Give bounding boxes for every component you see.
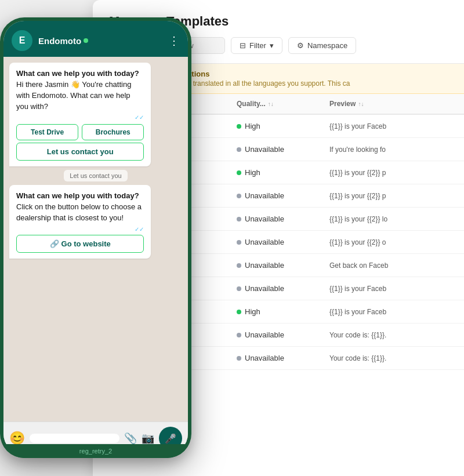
chat-text-1: What can we help you with today? Hi ther…: [16, 68, 144, 112]
filter-button[interactable]: ⊟ Filter ▾: [231, 37, 282, 54]
contact-info: Endomoto: [38, 36, 162, 46]
phone-mockup: E Endomoto ⋮ What can we help you with t…: [0, 17, 191, 458]
chevron-down-icon: ▾: [270, 41, 274, 50]
cell-preview: {{1}} is your {{2}} p: [329, 169, 448, 177]
cell-quality: Unavailable: [237, 145, 329, 154]
cell-quality: Unavailable: [237, 191, 329, 200]
chat-area: What can we help you with today? Hi ther…: [3, 57, 188, 422]
chat-bubble-1: What can we help you with today? Hi ther…: [9, 63, 151, 166]
cell-quality: Unavailable: [237, 284, 329, 293]
quality-dot: [237, 263, 241, 268]
go-to-website-button[interactable]: 🔗 Go to website: [16, 235, 144, 253]
quality-dot: [237, 333, 241, 337]
cell-quality: Unavailable: [237, 215, 329, 223]
quality-dot: [237, 170, 241, 175]
system-message: Let us contact you: [64, 170, 127, 181]
cell-quality: High: [237, 307, 329, 316]
quality-dot: [237, 217, 241, 221]
cell-preview: If you're looking fo: [329, 146, 448, 154]
camera-icon[interactable]: 📷: [142, 432, 154, 445]
quality-dot: [237, 240, 241, 245]
let-us-contact-button[interactable]: Let us contact you: [16, 143, 144, 161]
cell-preview: {{1}} is your Faceb: [329, 122, 448, 130]
cell-preview: {{1}} is your {{2}} p: [329, 192, 448, 200]
cell-quality: Unavailable: [237, 261, 329, 270]
cell-quality: High: [237, 168, 329, 177]
cell-preview: Get back on Faceb: [329, 261, 448, 270]
phone-screen: E Endomoto ⋮ What can we help you with t…: [3, 21, 188, 455]
chat-buttons-1: Test Drive Brochures: [16, 124, 144, 140]
attach-icon[interactable]: 📎: [124, 432, 137, 445]
quality-dot: [237, 147, 241, 152]
quality-dot: [237, 356, 241, 361]
cell-quality: Unavailable: [237, 238, 329, 246]
cell-quality: High: [237, 122, 329, 130]
cell-preview: Your code is: {{1}}.: [329, 331, 448, 339]
quality-dot: [237, 286, 241, 291]
brochures-button[interactable]: Brochures: [82, 124, 144, 140]
cell-preview: {{1}} is your {{2}} lo: [329, 215, 448, 223]
sort-icon: ↑↓: [358, 101, 364, 107]
cell-quality: Unavailable: [237, 330, 329, 339]
whatsapp-header: E Endomoto ⋮: [3, 21, 188, 57]
chat-bubble-2: What can we help you with today? Click o…: [9, 185, 151, 259]
chat-text-2: What can we help you with today? Click o…: [16, 191, 144, 224]
link-icon: 🔗: [50, 239, 59, 248]
cell-preview: {{1}} is your Faceb: [329, 308, 448, 316]
online-status-dot: [84, 38, 88, 43]
message-tick-2: ✓✓: [16, 226, 144, 232]
contact-name: Endomoto: [38, 36, 162, 46]
message-input[interactable]: [30, 434, 119, 443]
gear-icon: ⚙: [297, 41, 304, 50]
message-tick-1: ✓✓: [16, 114, 144, 121]
quality-dot: [237, 310, 241, 314]
quality-dot: [237, 124, 241, 129]
cell-quality: Unavailable: [237, 354, 329, 362]
filter-icon: ⊟: [240, 41, 246, 50]
quality-dot: [237, 194, 241, 198]
column-header-preview: Preview ↑↓: [329, 100, 448, 108]
cell-preview: Your code is: {{1}}.: [329, 354, 448, 362]
namespace-button[interactable]: ⚙ Namespace: [288, 37, 356, 54]
column-header-quality: Quality... ↑↓: [237, 100, 329, 108]
phone-bottom-label: reg_retry_2: [0, 444, 191, 458]
sort-icon: ↑↓: [268, 101, 274, 107]
contact-avatar: E: [12, 30, 32, 51]
cell-preview: {{1}} is your {{2}} o: [329, 238, 448, 246]
test-drive-button[interactable]: Test Drive: [16, 124, 78, 140]
menu-dots-icon[interactable]: ⋮: [168, 34, 180, 48]
cell-preview: {{1}} is your Faceb: [329, 285, 448, 293]
